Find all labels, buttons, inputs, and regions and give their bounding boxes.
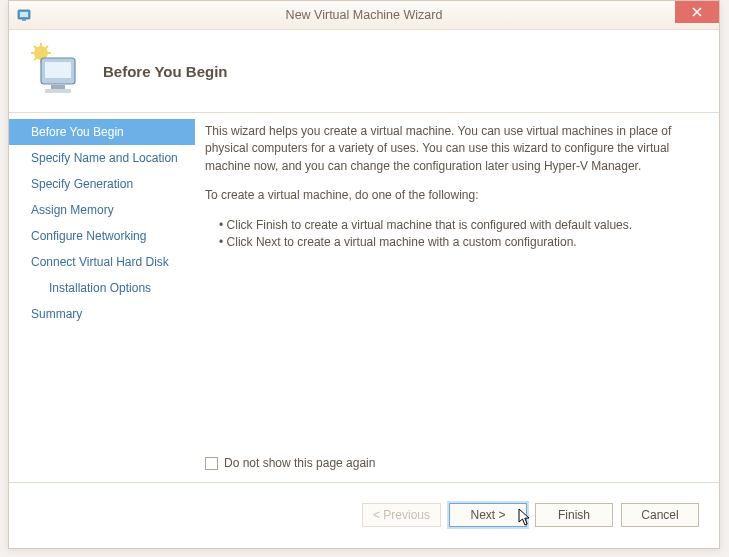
sidebar-step-6[interactable]: Installation Options (9, 275, 195, 301)
cancel-button[interactable]: Cancel (621, 503, 699, 527)
finish-button[interactable]: Finish (535, 503, 613, 527)
wizard-footer: < Previous Next > Finish Cancel (9, 482, 719, 546)
bullet-0: Click Finish to create a virtual machine… (219, 217, 697, 234)
wizard-content: This wizard helps you create a virtual m… (195, 113, 719, 482)
svg-rect-6 (51, 85, 65, 89)
sidebar-step-3[interactable]: Assign Memory (9, 197, 195, 223)
svg-rect-7 (45, 89, 71, 93)
dont-show-row: Do not show this page again (205, 455, 375, 472)
page-title: Before You Begin (103, 63, 227, 80)
sidebar-step-7[interactable]: Summary (9, 301, 195, 327)
window-title: New Virtual Machine Wizard (9, 8, 719, 22)
vm-icon (27, 42, 85, 100)
options-list: Click Finish to create a virtual machine… (205, 217, 697, 252)
titlebar: New Virtual Machine Wizard (9, 1, 719, 30)
dont-show-checkbox[interactable] (205, 457, 218, 470)
instruction-text: To create a virtual machine, do one of t… (205, 187, 697, 204)
sidebar-step-2[interactable]: Specify Generation (9, 171, 195, 197)
sidebar-step-1[interactable]: Specify Name and Location (9, 145, 195, 171)
intro-text: This wizard helps you create a virtual m… (205, 123, 697, 175)
sidebar-step-0[interactable]: Before You Begin (9, 119, 195, 145)
close-button[interactable] (675, 1, 719, 23)
wizard-window: New Virtual Machine Wizard Before You Be… (8, 0, 720, 549)
bullet-1: Click Next to create a virtual machine w… (219, 234, 697, 251)
sidebar-step-4[interactable]: Configure Networking (9, 223, 195, 249)
wizard-header: Before You Begin (9, 30, 719, 113)
sidebar-step-5[interactable]: Connect Virtual Hard Disk (9, 249, 195, 275)
wizard-body: Before You BeginSpecify Name and Locatio… (9, 113, 719, 482)
svg-rect-5 (45, 62, 71, 78)
wizard-steps-sidebar: Before You BeginSpecify Name and Locatio… (9, 113, 195, 482)
close-icon (692, 4, 702, 20)
next-button[interactable]: Next > (449, 503, 527, 527)
dont-show-label: Do not show this page again (224, 455, 375, 472)
previous-button: < Previous (362, 503, 441, 527)
